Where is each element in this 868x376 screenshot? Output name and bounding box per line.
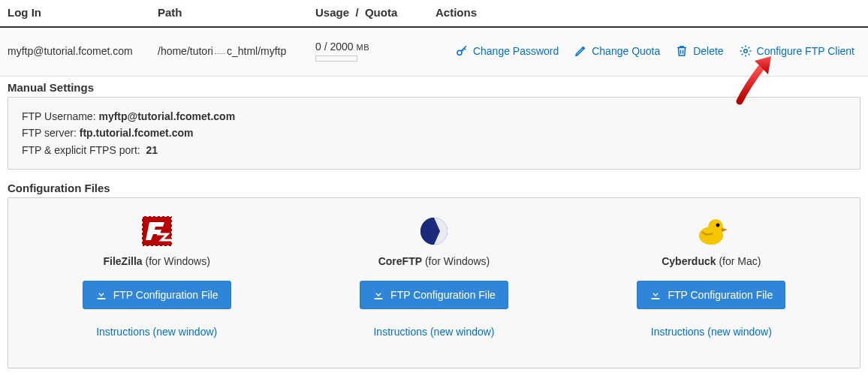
change-quota-button[interactable]: Change Quota — [568, 40, 666, 62]
ellipsis-icon: … — [215, 44, 225, 54]
gear-icon — [739, 44, 752, 58]
config-files-box: FileZilla (for Windows) FTP Configuratio… — [8, 197, 860, 368]
instructions-filezilla-link[interactable]: Instructions (new window) — [96, 326, 217, 338]
cyberduck-icon — [695, 215, 728, 248]
svg-point-1 — [743, 50, 747, 53]
cell-actions: Change Password Change Quota Delete — [428, 27, 868, 77]
ftp-accounts-table: Log In Path Usage / Quota Actions myftp@… — [0, 0, 868, 77]
download-icon — [649, 289, 662, 301]
instructions-coreftp-link[interactable]: Instructions (new window) — [373, 326, 494, 338]
manual-settings-box: FTP Username: myftp@tutorial.fcomet.com … — [8, 97, 860, 170]
download-icon — [372, 289, 384, 301]
delete-button[interactable]: Delete — [669, 40, 729, 62]
cell-path: /home/tutori…c_html/myftp — [150, 27, 308, 77]
quota-bar — [315, 56, 357, 62]
download-icon — [95, 289, 107, 301]
ftp-username: myftp@tutorial.fcomet.com — [98, 110, 235, 122]
col-actions: Actions — [428, 0, 868, 27]
client-os: (for Windows) — [145, 255, 209, 267]
filezilla-icon — [140, 215, 173, 248]
ftp-server: ftp.tutorial.fcomet.com — [80, 127, 194, 139]
col-path: Path — [150, 0, 308, 27]
col-usage-quota: Usage / Quota — [308, 0, 428, 27]
ftp-port: 21 — [146, 144, 158, 156]
col-login: Log In — [0, 0, 150, 27]
instructions-cyberduck-link[interactable]: Instructions (new window) — [651, 326, 772, 338]
client-filezilla: FileZilla (for Windows) FTP Configuratio… — [22, 215, 291, 338]
download-config-filezilla-button[interactable]: FTP Configuration File — [83, 281, 231, 309]
table-row: myftp@tutorial.fcomet.com /home/tutori…c… — [0, 27, 868, 77]
cell-quota: 0 / 2000 MB — [308, 27, 428, 77]
download-config-cyberduck-button[interactable]: FTP Configuration File — [637, 281, 785, 309]
change-password-button[interactable]: Change Password — [449, 40, 565, 62]
pencil-icon — [574, 44, 587, 58]
key-icon — [455, 44, 469, 58]
client-os: (for Mac) — [719, 255, 761, 267]
configure-ftp-client-button[interactable]: Configure FTP Client — [733, 40, 860, 62]
manual-settings-title: Manual Settings — [8, 81, 868, 94]
svg-point-7 — [716, 224, 720, 227]
client-os: (for Windows) — [425, 255, 490, 267]
client-name: CoreFTP — [378, 255, 422, 267]
client-coreftp: CoreFTP (for Windows) FTP Configuration … — [299, 215, 568, 338]
config-files-title: Configuration Files — [8, 182, 868, 194]
coreftp-icon — [417, 215, 451, 248]
download-config-coreftp-button[interactable]: FTP Configuration File — [360, 281, 508, 309]
ftp-server-label: FTP server: — [22, 127, 77, 139]
ftp-port-label: FTP & explicit FTPS port: — [22, 144, 140, 156]
svg-point-6 — [708, 219, 723, 234]
client-name: FileZilla — [103, 255, 142, 267]
ftp-username-label: FTP Username: — [22, 110, 96, 122]
cell-login: myftp@tutorial.fcomet.com — [0, 27, 150, 77]
client-cyberduck: Cyberduck (for Mac) FTP Configuration Fi… — [577, 215, 846, 338]
client-name: Cyberduck — [662, 255, 716, 267]
trash-icon — [675, 44, 689, 58]
